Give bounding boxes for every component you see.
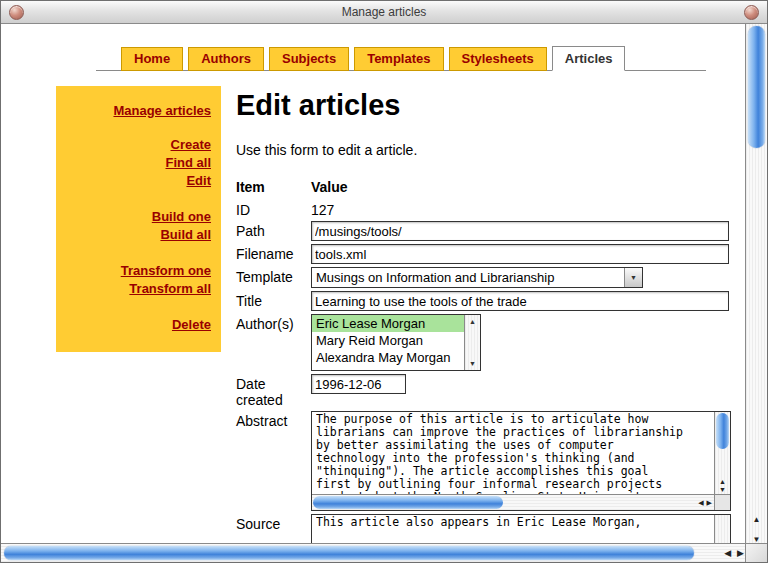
sidebar: Manage articles Create Find all Edit Bui… <box>56 86 221 352</box>
title-bar: Manage articles <box>1 1 767 24</box>
scroll-up-icon[interactable]: ▲ <box>719 478 726 485</box>
id-value: 127 <box>311 200 731 218</box>
sidebar-spacer <box>66 244 211 262</box>
sidebar-item-build-all[interactable]: Build all <box>66 226 211 244</box>
source-vertical-scrollbar[interactable] <box>714 515 730 546</box>
path-label: Path <box>236 221 311 239</box>
sidebar-item-build-one[interactable]: Build one <box>66 208 211 226</box>
date-created-input[interactable] <box>311 374 406 394</box>
window-vertical-scrollbar[interactable]: ▲ ▼ <box>745 24 767 546</box>
scrollbar-thumb[interactable] <box>716 413 729 449</box>
author-option-selected[interactable]: Eric Lease Morgan <box>312 315 465 332</box>
scrollbar-arrows: ▲ ▼ <box>746 516 767 544</box>
window-title: Manage articles <box>1 5 767 19</box>
id-label: ID <box>236 200 311 218</box>
author-option[interactable]: Mary Reid Morgan <box>312 332 465 349</box>
template-select[interactable]: Musings on Information and Librarianship… <box>311 267 643 288</box>
abstract-horizontal-scrollbar[interactable]: ◀ ▶ <box>312 494 715 510</box>
sidebar-item-manage-articles[interactable]: Manage articles <box>66 102 211 120</box>
tab-articles[interactable]: Articles <box>552 46 626 71</box>
sidebar-item-find-all[interactable]: Find all <box>66 154 211 172</box>
sidebar-item-transform-one[interactable]: Transform one <box>66 262 211 280</box>
tab-bar: Home Authors Subjects Templates Styleshe… <box>121 47 625 71</box>
authors-listbox[interactable]: Eric Lease Morgan Mary Reid Morgan Alexa… <box>311 314 481 371</box>
tab-home[interactable]: Home <box>121 47 183 71</box>
tab-stylesheets[interactable]: Stylesheets <box>449 47 547 71</box>
sidebar-item-delete[interactable]: Delete <box>66 316 211 334</box>
abstract-textarea[interactable]: The purpose of this article is to articu… <box>311 411 731 511</box>
abstract-text: The purpose of this article is to articu… <box>316 413 688 494</box>
path-input[interactable] <box>311 221 729 241</box>
page-content: Home Authors Subjects Templates Styleshe… <box>1 24 748 546</box>
source-text: This article also appears in Eric Lease … <box>316 516 688 546</box>
author-option[interactable]: Alexandra May Morgan <box>312 349 465 366</box>
window-horizontal-scrollbar[interactable]: ◀ ▶ <box>1 543 748 562</box>
listbox-scrollbar[interactable]: ▲ ▼ <box>464 315 480 370</box>
scrollbar-arrows: ◀ ▶ <box>698 499 712 507</box>
main-content: Edit articles Use this form to edit a ar… <box>236 89 741 546</box>
source-label: Source <box>236 514 311 532</box>
scrollbar-thumb[interactable] <box>313 496 503 509</box>
authors-label: Author(s) <box>236 314 311 332</box>
date-created-label: Date created <box>236 374 311 408</box>
title-label: Title <box>236 291 311 309</box>
page-title: Edit articles <box>236 89 741 122</box>
tab-templates[interactable]: Templates <box>354 47 443 71</box>
window-resize-corner[interactable] <box>745 543 767 562</box>
dropdown-arrow-icon[interactable]: ▼ <box>624 268 642 287</box>
scroll-down-icon[interactable]: ▼ <box>719 486 726 493</box>
abstract-vertical-scrollbar[interactable]: ▲ ▼ <box>714 412 730 495</box>
scroll-up-icon[interactable]: ▲ <box>753 516 761 524</box>
template-label: Template <box>236 267 311 285</box>
sidebar-item-edit[interactable]: Edit <box>66 172 211 190</box>
scroll-left-icon[interactable]: ◀ <box>724 548 731 558</box>
edit-article-form: Item Value ID 127 Path Filename Template… <box>236 179 741 546</box>
sidebar-item-transform-all[interactable]: Transform all <box>66 280 211 298</box>
column-header-item: Item <box>236 179 311 197</box>
column-header-value: Value <box>311 179 731 197</box>
sidebar-spacer <box>66 298 211 316</box>
scrollbar-arrows: ▲ ▼ <box>715 478 730 493</box>
scrollbar-thumb[interactable] <box>4 546 694 560</box>
windowshade-button[interactable] <box>744 5 759 20</box>
sidebar-spacer <box>66 190 211 208</box>
tab-authors[interactable]: Authors <box>188 47 264 71</box>
sidebar-item-create[interactable]: Create <box>66 136 211 154</box>
scrollbar-arrows: ◀ ▶ <box>724 544 744 562</box>
intro-text: Use this form to edit a article. <box>236 142 741 158</box>
template-selected-value: Musings on Information and Librarianship <box>312 270 624 285</box>
filename-label: Filename <box>236 244 311 262</box>
scroll-left-icon[interactable]: ◀ <box>698 499 703 507</box>
filename-input[interactable] <box>311 244 729 264</box>
scrollbar-thumb[interactable] <box>748 26 765 148</box>
scroll-down-icon[interactable]: ▼ <box>465 360 480 367</box>
abstract-label: Abstract <box>236 411 311 429</box>
scroll-right-icon[interactable]: ▶ <box>707 499 712 507</box>
source-textarea[interactable]: This article also appears in Eric Lease … <box>311 514 731 546</box>
scrollbar-corner <box>714 494 730 510</box>
scroll-right-icon[interactable]: ▶ <box>737 548 744 558</box>
browser-window: Manage articles Home Authors Subjects Te… <box>0 0 768 563</box>
tab-subjects[interactable]: Subjects <box>269 47 349 71</box>
scroll-up-icon[interactable]: ▲ <box>465 318 480 325</box>
title-input[interactable] <box>311 291 729 311</box>
